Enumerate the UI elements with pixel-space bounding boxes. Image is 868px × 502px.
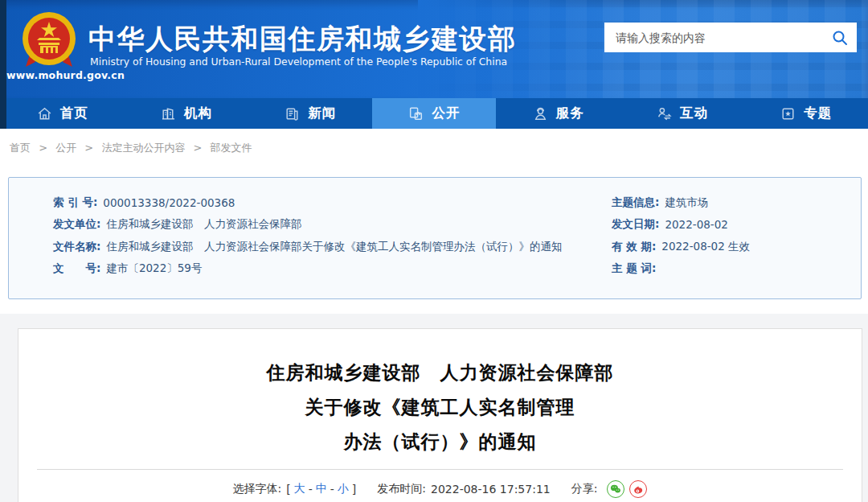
font-size-label: 选择字体: [233,482,282,496]
meta-label: 主 题 词: [612,261,656,276]
nav-label: 服务 [556,105,584,122]
disclosure-icon [407,105,424,122]
meta-label: 发文日期: [612,217,659,232]
article-title-line: 办法（试行）》的通知 [18,425,862,459]
meta-row-document-number: 文 号: 建市〔2022〕59号 [53,258,612,281]
breadcrumb-home[interactable]: 首页 [10,142,31,154]
nav-item-news[interactable]: 新闻 [248,98,372,129]
meta-label: 索 引 号: [53,195,97,210]
separator: - [309,483,313,496]
separator: - [330,483,334,496]
site-url: www.mohurd.gov.cn [6,69,111,81]
breadcrumb-separator: > [84,142,93,154]
nav-item-organization[interactable]: 机构 [124,98,248,129]
search-box [604,23,857,52]
breadcrumb: 首页 > 公开 > 法定主动公开内容 > 部发文件 [10,141,252,155]
search-input[interactable] [616,31,831,44]
nav-item-interaction[interactable]: 互动 [620,98,743,129]
meta-value: 建市〔2022〕59号 [106,261,202,276]
meta-row-issuing-unit: 发文单位: 住房和城乡建设部 人力资源社会保障部 [53,214,612,237]
publish-time-value: 2022-08-16 17:57:11 [431,483,551,496]
meta-value: 住房和城乡建设部 人力资源社会保障部 [106,217,301,232]
bracket: [ [286,483,290,496]
service-icon [532,105,549,122]
national-emblem-logo[interactable] [21,10,77,72]
meta-right-column: 主题信息: 建筑市场 发文日期: 2022-08-02 有 效 期: 2022-… [612,191,861,280]
meta-row-issue-date: 发文日期: 2022-08-02 [612,214,861,237]
site-title-english: Ministry of Housing and Urban-Rural Deve… [90,56,507,68]
meta-label: 有 效 期: [612,240,656,254]
interaction-icon [656,105,673,122]
nav-item-topics[interactable]: 专题 [744,98,868,129]
meta-row-index-number: 索 引 号: 000013338/2022-00368 [53,191,612,214]
meta-label: 主题信息: [612,195,659,210]
topic-icon [780,105,796,122]
meta-row-keywords: 主 题 词: [612,258,861,281]
nav-label: 互动 [680,105,708,122]
share-label: 分享: [571,482,598,496]
article-card: 住房和城乡建设部 人力资源社会保障部 关于修改《建筑工人实名制管理 办法（试行）… [18,328,862,502]
nav-label: 新闻 [308,105,336,122]
meta-row-document-title: 文件名称: 住房和城乡建设部 人力资源社会保障部关于修改《建筑工人实名制管理办法… [53,236,612,258]
publish-time-label: 发布时间: [377,482,426,496]
weibo-icon[interactable] [629,480,647,498]
meta-value: 2022-08-02 [665,218,727,231]
left-edge-strip [0,0,6,129]
share-group: 分享: [571,480,648,498]
meta-left-column: 索 引 号: 000013338/2022-00368 发文单位: 住房和城乡建… [53,191,612,280]
breadcrumb-separator: > [194,142,203,154]
breadcrumb-statutory-disclosure[interactable]: 法定主动公开内容 [101,142,185,154]
breadcrumb-disclosure[interactable]: 公开 [55,142,76,154]
meta-label: 发文单位: [53,217,100,232]
main-nav: 首页 机构 新闻 公开 服务 [0,98,868,129]
meta-value: 000013338/2022-00368 [103,196,235,209]
breadcrumb-current-page: 部发文件 [211,142,252,154]
title-divider [37,469,843,470]
search-icon[interactable] [831,29,849,47]
bracket: ] [352,483,356,496]
site-title: 中华人民共和国住房和城乡建设部 [88,21,517,58]
font-size-selector: 选择字体: [ 大 - 中 - 小 ] [233,482,357,496]
organization-icon [160,105,177,122]
nav-item-disclosure[interactable]: 公开 [372,98,496,129]
meta-label: 文 号: [53,261,100,276]
document-meta-box: 索 引 号: 000013338/2022-00368 发文单位: 住房和城乡建… [8,177,862,299]
site-header: www.mohurd.gov.cn 中华人民共和国住房和城乡建设部 Minist… [0,0,868,98]
nav-label: 公开 [432,105,460,122]
article-title-line: 住房和城乡建设部 人力资源社会保障部 [18,356,862,390]
article-title: 住房和城乡建设部 人力资源社会保障部 关于修改《建筑工人实名制管理 办法（试行）… [18,356,862,459]
nav-label: 机构 [184,105,212,122]
nav-item-service[interactable]: 服务 [496,98,620,129]
meta-row-effective-date: 有 效 期: 2022-08-02 生效 [612,236,861,258]
article-title-line: 关于修改《建筑工人实名制管理 [18,390,862,425]
publish-time: 发布时间: 2022-08-16 17:57:11 [377,482,550,496]
font-size-large-button[interactable]: 大 [294,482,305,496]
meta-value: 住房和城乡建设部 人力资源社会保障部关于修改《建筑工人实名制管理办法（试行）》的… [106,240,562,254]
meta-row-subject-info: 主题信息: 建筑市场 [612,191,861,214]
news-icon [284,105,301,122]
font-size-small-button[interactable]: 小 [338,482,349,496]
breadcrumb-separator: > [39,142,47,154]
page: www.mohurd.gov.cn 中华人民共和国住房和城乡建设部 Minist… [0,0,868,502]
meta-value: 建筑市场 [665,195,708,210]
meta-value: 2022-08-02 生效 [661,240,750,254]
home-icon [36,105,53,122]
font-size-medium-button[interactable]: 中 [316,482,327,496]
article-info-bar: 选择字体: [ 大 - 中 - 小 ] 发布时间: 2022-08-16 17:… [18,480,862,498]
nav-label: 首页 [60,105,88,122]
nav-label: 专题 [804,105,832,122]
nav-item-home[interactable]: 首页 [0,98,124,129]
wechat-icon[interactable] [607,480,624,498]
meta-label: 文件名称: [53,240,100,254]
